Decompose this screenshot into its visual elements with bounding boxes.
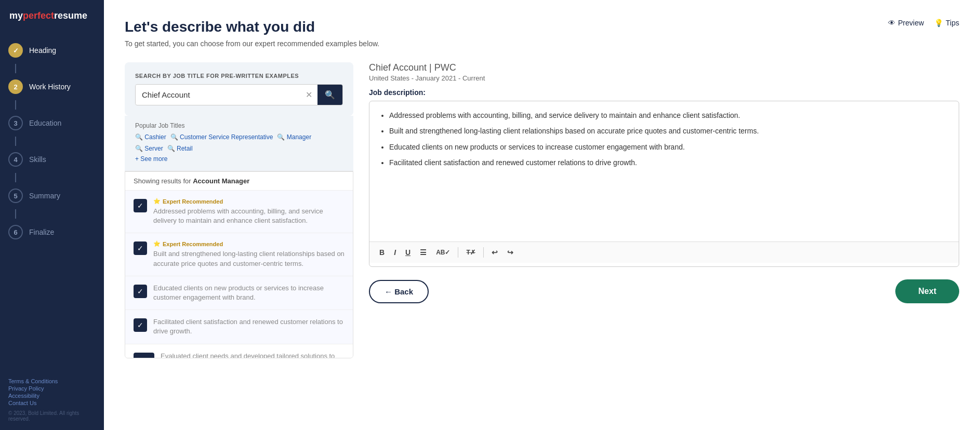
result-desc-2: Built and strengthened long-lasting clie… [153,249,345,268]
back-button[interactable]: ← Back [369,280,429,303]
footer-link-privacy[interactable]: Privacy Policy [8,385,96,392]
result-desc-5: Evaluated client needs and developed tai… [161,352,345,359]
nav-connector-4 [15,173,16,182]
step-icon-skills: 4 [8,152,23,167]
bullet-4: Facilitated client satisfaction and rene… [389,157,949,168]
sidebar-item-finalize[interactable]: 6 Finalize [0,219,104,246]
add-button-5[interactable]: ADD [134,353,154,359]
footer-link-contact[interactable]: Contact Us [8,400,96,406]
toolbar-redo[interactable]: ↪ [504,246,517,259]
footer-copyright: © 2023, Bold Limited. All rights reserve… [8,410,96,422]
toolbar-italic[interactable]: I [390,246,400,259]
popular-tag-cashier[interactable]: 🔍 Cashier [135,133,166,141]
sidebar-footer: Terms & Conditions Privacy Policy Access… [0,370,104,430]
job-header: Chief Account | PWC United States - Janu… [369,62,959,82]
nav-connector-3 [15,137,16,146]
sidebar-item-summary[interactable]: 5 Summary [0,182,104,209]
step-icon-education: 3 [8,116,23,130]
results-term: Account Manager [193,177,249,185]
left-panel: SEARCH BY JOB TITLE FOR PRE-WRITTEN EXAM… [125,62,353,414]
popular-tag-retail[interactable]: 🔍 Retail [167,145,193,152]
footer-link-terms[interactable]: Terms & Conditions [8,378,96,384]
search-label: SEARCH BY JOB TITLE FOR PRE-WRITTEN EXAM… [135,73,343,79]
toolbar-clear-format[interactable]: T✗ [462,247,479,258]
preview-button[interactable]: 👁 Preview [888,19,924,27]
popular-tag-server[interactable]: 🔍 Server [135,145,163,152]
result-text-5: Evaluated client needs and developed tai… [161,352,345,359]
sidebar-item-label-heading: Heading [29,46,56,55]
results-panel: Showing results for Account Manager ✓ ⭐ … [125,171,353,358]
job-title-display: Chief Account | PWC [369,62,959,73]
job-desc-label: Job description: [369,88,959,97]
expert-tag-1: ⭐ Expert Recommended [153,198,345,205]
step-icon-workhistory: 2 [8,79,23,94]
step-icon-summary: 5 [8,189,23,203]
result-item-5: ADD Evaluated client needs and developed… [125,344,353,359]
job-company: PWC [434,62,456,73]
expert-tag-2: ⭐ Expert Recommended [153,240,345,247]
desc-editor: Addressed problems with accounting, bill… [369,101,959,267]
desc-content[interactable]: Addressed problems with accounting, bill… [369,101,959,241]
checkbox-2[interactable]: ✓ [134,241,147,255]
result-text-3: Educated clients on new products or serv… [153,284,345,302]
search-submit-button[interactable]: 🔍 [317,85,342,105]
search-input[interactable] [136,85,300,104]
see-more-link[interactable]: + See more [135,155,343,163]
toolbar-bold[interactable]: B [376,246,388,259]
footer-link-accessibility[interactable]: Accessibility [8,393,96,399]
popular-tag-manager[interactable]: 🔍 Manager [277,133,311,141]
sidebar-item-workhistory[interactable]: 2 Work History [0,73,104,100]
job-location: United States - January 2021 - Current [369,74,959,82]
page-title: Let's describe what you did [125,19,315,35]
top-bar: Let's describe what you did 👁 Preview 💡 … [125,19,959,35]
next-button[interactable]: Next [895,279,959,303]
sidebar-item-label-summary: Summary [29,192,60,200]
eye-icon: 👁 [888,19,895,27]
logo-perfect: perfect [23,10,54,21]
result-desc-1: Addressed problems with accounting, bill… [153,207,345,225]
preview-label: Preview [898,19,924,27]
bulb-icon: 💡 [934,19,943,27]
tips-button[interactable]: 💡 Tips [934,19,959,27]
popular-title-label: Popular Job Titles [135,122,343,129]
search-bar: ✕ 🔍 [135,84,343,105]
result-item-2: ✓ ⭐ Expert Recommended Built and strengt… [125,233,353,276]
result-text-2: ⭐ Expert Recommended Built and strengthe… [153,240,345,268]
popular-tag-customerservice[interactable]: 🔍 Customer Service Representative [170,133,273,141]
checkbox-4[interactable]: ✓ [134,318,147,332]
logo-resume: resume [54,10,87,21]
bullet-1: Addressed problems with accounting, bill… [389,110,949,121]
sidebar-item-heading[interactable]: ✓ Heading [0,37,104,64]
toolbar-undo[interactable]: ↩ [488,246,501,259]
result-desc-3: Educated clients on new products or serv… [153,284,345,302]
nav-connector-5 [15,209,16,219]
sidebar-item-education[interactable]: 3 Education [0,110,104,137]
result-item-1: ✓ ⭐ Expert Recommended Addressed problem… [125,191,353,233]
job-title-text: Chief Account [369,62,427,73]
editor-toolbar: B I U ☰ AB✓ T✗ ↩ ↪ [369,241,959,263]
sidebar-item-label-workhistory: Work History [29,83,71,91]
result-text-1: ⭐ Expert Recommended Addressed problems … [153,198,345,225]
results-header: Showing results for Account Manager [125,172,353,191]
top-actions: 👁 Preview 💡 Tips [888,19,959,27]
bullet-2: Built and strengthened long-lasting clie… [389,125,949,137]
step-icon-heading: ✓ [8,43,23,58]
sidebar: myperfectresume ✓ Heading 2 Work History… [0,0,104,430]
toolbar-sep-2 [483,247,484,258]
sidebar-item-label-finalize: Finalize [29,228,54,236]
result-desc-4: Facilitated client satisfaction and rene… [153,317,345,336]
sidebar-item-skills[interactable]: 4 Skills [0,146,104,173]
checkbox-3[interactable]: ✓ [134,285,147,298]
bottom-actions: ← Back Next [369,279,959,303]
search-icon: 🔍 [325,90,335,100]
result-text-4: Facilitated client satisfaction and rene… [153,317,345,336]
nav-connector-2 [15,100,16,110]
toolbar-underline[interactable]: U [402,246,414,259]
search-clear-button[interactable]: ✕ [300,90,317,100]
toolbar-list[interactable]: ☰ [416,246,430,259]
toolbar-spell[interactable]: AB✓ [432,247,454,258]
checkbox-1[interactable]: ✓ [134,199,147,212]
tips-label: Tips [946,19,959,27]
toolbar-sep-1 [458,247,458,258]
right-panel: Chief Account | PWC United States - Janu… [369,62,959,414]
